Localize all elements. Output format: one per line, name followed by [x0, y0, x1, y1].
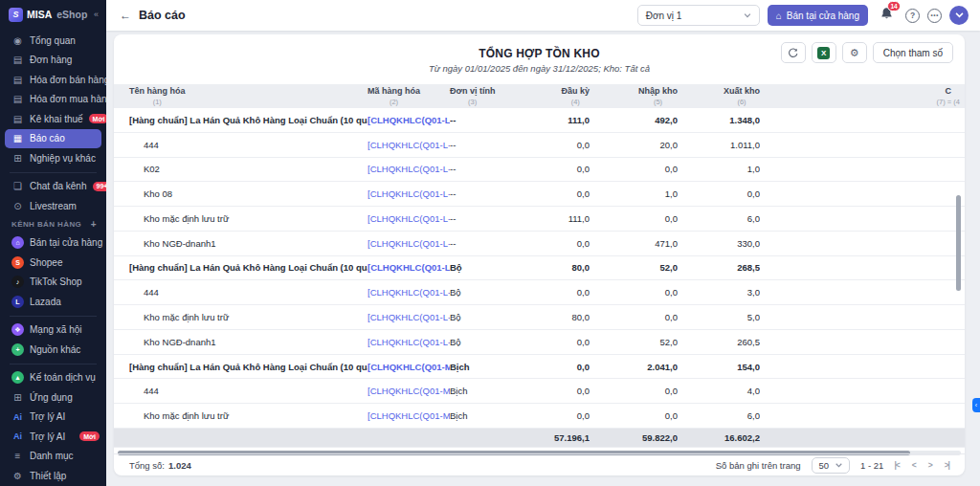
inflow-cell: 471,0 [590, 238, 678, 249]
item-name-cell: 444 [114, 386, 368, 396]
opening-cell: 0,0 [497, 386, 590, 396]
last-page-button[interactable]: >| [945, 460, 949, 470]
lazada-icon: L [11, 296, 24, 308]
sidebar-item-nguon-khac[interactable]: + Nguồn khác [0, 340, 106, 360]
item-code-link[interactable]: [CLHQKHLC(Q01-M-... [368, 410, 450, 421]
unit-cell: Bịch [450, 362, 497, 372]
vertical-scrollbar-thumb[interactable] [956, 195, 961, 291]
sidebar-collapse-icon[interactable]: « [94, 10, 99, 19]
opening-cell: 0,0 [497, 164, 590, 174]
back-arrow-icon[interactable]: ← [120, 9, 131, 22]
item-code-link[interactable]: [CLHQKHLC(Q01-L-... [368, 262, 450, 273]
item-name-cell: Kho NGĐ-dnanh1 [114, 238, 368, 249]
report-settings-button[interactable]: ⚙ [842, 42, 867, 63]
inflow-cell: 0,0 [590, 164, 678, 174]
unit-cell: -- [450, 238, 497, 249]
sidebar-item-bao-cao[interactable]: ▦ Báo cáo [5, 129, 101, 149]
item-code-link[interactable]: [CLHQKHLC(Q01-L-... [368, 238, 450, 249]
table-row[interactable]: Kho mặc định lưu trữ [CLHQKHLC(Q01-L-...… [114, 207, 965, 232]
item-code-link[interactable]: [CLHQKHLC(Q01-L-TR [368, 287, 450, 298]
sidebar: S MISAeShop « ◉ Tổng quan ▤ Đơn hàng ▤ H… [0, 0, 106, 486]
page-size-select[interactable]: 50 [812, 457, 851, 474]
sidebar-item-chat-da-kenh[interactable]: ❏ Chat đa kênh 99+ [0, 177, 106, 197]
hoa-don-mua-hang-icon: ▤ [11, 94, 24, 104]
table-row[interactable]: Kho NGĐ-dnanh1 [CLHQKHLC(Q01-L-... -- 0,… [114, 232, 965, 256]
sidebar-item-thiet-lap[interactable]: ⚙ Thiết lập [0, 466, 106, 486]
item-code-link[interactable]: [CLHQKHLC(Q01-L-... [368, 188, 450, 199]
total-outflow: 16.602,2 [678, 432, 760, 443]
sidebar-item-ban-tai-cua-hang[interactable]: ⌂ Bán tại cửa hàng [0, 233, 106, 254]
table-row-group[interactable]: [Hàng chuẩn] La Hán Quả Khô Hàng Loại Ch… [114, 256, 965, 281]
table-row-group[interactable]: [Hàng chuẩn] La Hán Quả Khô Hàng Loại Ch… [114, 108, 965, 133]
sidebar-item-lazada[interactable]: L Lazada [0, 292, 106, 312]
opening-cell: 80,0 [497, 312, 590, 322]
table-row[interactable]: Kho mặc định lưu trữ [CLHQKHLC(Q01-L-TR … [114, 305, 965, 330]
item-code-link[interactable]: [CLHQKHLC(Q01-L-... [368, 140, 450, 150]
add-channel-icon[interactable]: + [91, 219, 97, 230]
refresh-button[interactable] [781, 42, 806, 63]
sidebar-item-hoa-don-ban-hang[interactable]: ▤ Hóa đơn bán hàng [0, 70, 106, 90]
outflow-cell: 1.348,0 [678, 115, 760, 125]
outflow-cell: 5,0 [678, 312, 760, 322]
unit-cell: -- [450, 115, 497, 125]
help-button[interactable]: ? [905, 9, 920, 23]
table-row[interactable]: Kho NGĐ-dnanh1 [CLHQKHLC(Q01-L-TR Bộ 0,0… [114, 330, 965, 355]
hoa-don-ban-hang-icon: ▤ [11, 75, 24, 85]
refresh-icon [788, 48, 798, 58]
export-excel-button[interactable]: X [812, 42, 836, 63]
sidebar-item-mang-xa-hoi[interactable]: ❖ Mạng xã hội [0, 320, 106, 341]
question-icon: ? [910, 11, 915, 20]
unit-cell: Bộ [450, 312, 497, 322]
sidebar-item-tro-ly-ai-2[interactable]: Ai Trợ lý AI Mới [0, 427, 106, 447]
mang-xa-hoi-icon: ❖ [11, 323, 24, 336]
item-code-link[interactable]: [CLHQKHLC(Q01-L-... [368, 164, 450, 174]
nguon-khac-icon: + [11, 343, 24, 356]
sidebar-item-danh-muc[interactable]: ≡ Danh mục [0, 447, 106, 467]
dots-icon: ⋯ [930, 11, 939, 20]
livestream-icon: ⊙ [11, 201, 24, 211]
item-code-link[interactable]: [CLHQKHLC(Q01-L-... [368, 115, 450, 125]
sidebar-item-tiktok-shop[interactable]: ♪ TikTok Shop [0, 273, 106, 293]
table-row[interactable]: Kho mặc định lưu trữ [CLHQKHLC(Q01-M-...… [114, 404, 965, 429]
table-row-group[interactable]: [Hàng chuẩn] La Hán Quả Khô Hàng Loại Ch… [114, 355, 965, 380]
sidebar-item-ung-dung[interactable]: ⊞ Ứng dụng [0, 387, 106, 408]
sidebar-menu: ◉ Tổng quan ▤ Đơn hàng ▤ Hóa đơn bán hàn… [0, 29, 106, 486]
sidebar-item-tro-ly-ai[interactable]: Ai Trợ lý AI [0, 408, 106, 428]
table-row[interactable]: Kho 08 [CLHQKHLC(Q01-L-... -- 0,0 1,0 0,… [114, 182, 965, 207]
outflow-cell: 3,0 [678, 287, 760, 298]
item-code-link[interactable]: [CLHQKHLC(Q01-L-... [368, 213, 450, 224]
first-page-button[interactable]: |< [894, 460, 899, 470]
page-size-label: Số bản ghi trên trang [716, 460, 801, 471]
notifications-button[interactable]: 14 [880, 7, 894, 24]
more-button[interactable]: ⋯ [927, 9, 942, 23]
table-row[interactable]: 444 [CLHQKHLC(Q01-L-TR Bộ 0,0 0,0 3,0 [114, 280, 965, 305]
choose-params-button[interactable]: Chọn tham số [873, 42, 953, 63]
ban-tai-cua-hang-icon: ⌂ [11, 236, 24, 249]
prev-page-button[interactable]: < [912, 460, 916, 470]
sidebar-item-don-hang[interactable]: ▤ Đơn hàng [0, 51, 106, 71]
table-row[interactable]: 444 [CLHQKHLC(Q01-L-... -- 0,0 20,0 1.01… [114, 133, 965, 158]
sidebar-item-nghiep-vu-khac[interactable]: ⊞ Nghiệp vụ khác [0, 148, 106, 168]
opening-cell: 111,0 [497, 213, 590, 224]
panel-expander-tab[interactable]: ‹ [972, 398, 980, 412]
sidebar-item-hoa-don-mua-hang[interactable]: ▤ Hóa đơn mua hàng [0, 90, 106, 110]
table-row[interactable]: K02 [CLHQKHLC(Q01-L-... -- 0,0 0,0 1,0 [114, 158, 965, 183]
user-avatar[interactable] [949, 6, 969, 25]
item-code-link[interactable]: [CLHQKHLC(Q01-L-TR [368, 312, 450, 322]
next-page-button[interactable]: > [928, 460, 932, 470]
table-header-cell-name: Tên hàng hóa(1) [114, 84, 368, 108]
sidebar-item-ke-khai-thue[interactable]: ▤ Kê khai thuế Mới [0, 109, 106, 129]
sidebar-item-ke-toan-dich-vu[interactable]: ▲ Kế toán dịch vụ [0, 368, 106, 388]
item-code-link[interactable]: [CLHQKHLC(Q01-M... [368, 362, 450, 372]
sidebar-item-shopee[interactable]: S Shopee [0, 253, 106, 273]
brand-name: MISA [27, 9, 52, 20]
table-row[interactable]: 444 [CLHQKHLC(Q01-M-... Bịch 0,0 0,0 4,0 [114, 379, 965, 404]
inflow-cell: 0,0 [590, 410, 678, 421]
inflow-cell: 2.041,0 [590, 362, 678, 372]
item-code-link[interactable]: [CLHQKHLC(Q01-L-TR [368, 337, 450, 347]
item-code-link[interactable]: [CLHQKHLC(Q01-M-... [368, 386, 450, 396]
pos-sale-button[interactable]: ⌂ Bán tại cửa hàng [768, 5, 868, 26]
sidebar-item-livestream[interactable]: ⊙ Livestream [0, 196, 106, 216]
unit-select[interactable]: Đơn vị 1 [637, 5, 760, 26]
sidebar-item-tong-quan[interactable]: ◉ Tổng quan [0, 31, 106, 51]
